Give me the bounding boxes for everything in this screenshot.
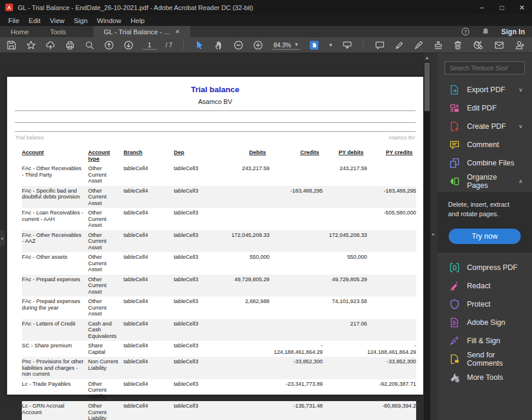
pdf-page: Trial balance Asamco BV Trial balance As… bbox=[7, 77, 423, 395]
next-page-icon[interactable] bbox=[123, 40, 134, 50]
menu-sign[interactable]: Sign bbox=[69, 15, 92, 26]
close-button[interactable]: ✕ bbox=[512, 0, 532, 15]
table-cell: tableCell4 bbox=[124, 319, 174, 341]
table-cell: Other Current Liability bbox=[88, 379, 124, 402]
delete-icon[interactable] bbox=[452, 40, 463, 50]
zoom-in-icon[interactable] bbox=[253, 40, 264, 50]
comment-bubble-icon[interactable] bbox=[374, 40, 385, 50]
table-cell: tableCell3 bbox=[174, 275, 215, 297]
sidebar-item-more-tools[interactable]: More Tools bbox=[437, 369, 532, 387]
title-bar: A GL - Trial Balance - EndDate_26-10-202… bbox=[0, 0, 532, 15]
stamp-icon[interactable] bbox=[433, 40, 443, 50]
select-tool-icon[interactable] bbox=[194, 40, 205, 50]
sign-pen-icon[interactable] bbox=[413, 40, 424, 50]
table-row: Lc - Trade PayablesOther Current Liabili… bbox=[22, 379, 416, 402]
save-icon[interactable] bbox=[6, 40, 17, 50]
email-icon[interactable] bbox=[494, 40, 504, 50]
tab-document-label: GL - Trial Balance - ... bbox=[104, 28, 170, 35]
table-cell: Pnc - Provisions for other liabilities a… bbox=[22, 357, 88, 379]
menu-window[interactable]: Window bbox=[92, 15, 126, 26]
redact-icon bbox=[449, 281, 460, 291]
edit-pdf-icon bbox=[449, 103, 460, 113]
table-row: FAc - Other Receivables - AAZOther Curre… bbox=[22, 230, 416, 253]
sidebar-item-comment[interactable]: Comment bbox=[437, 135, 532, 154]
bell-icon[interactable] bbox=[480, 27, 491, 37]
table-row: Pnc - Provisions for other liabilities a… bbox=[22, 357, 416, 379]
sidebar-item-combine-files[interactable]: Combine Files bbox=[437, 154, 532, 172]
menu-view[interactable]: View bbox=[45, 15, 69, 26]
table-cell: tableCell4 bbox=[124, 252, 174, 275]
sidebar-item-edit-pdf[interactable]: Edit PDF bbox=[437, 99, 532, 117]
print-icon[interactable] bbox=[64, 40, 75, 50]
acrobat-app-icon: A bbox=[5, 4, 13, 11]
profile-add-icon[interactable] bbox=[514, 40, 525, 50]
organize-pages-description: Delete, insert, extract and rotate pages… bbox=[448, 200, 521, 219]
hand-tool-icon[interactable] bbox=[214, 40, 225, 50]
table-cell bbox=[270, 208, 323, 230]
table-cell bbox=[215, 208, 270, 230]
sidebar-item-fill-sign[interactable]: Fill & Sign bbox=[437, 332, 532, 350]
menu-edit[interactable]: Edit bbox=[24, 15, 46, 26]
tab-tools[interactable]: Tools bbox=[40, 26, 77, 37]
menu-file[interactable]: File bbox=[4, 15, 24, 26]
sidebar-item-protect[interactable]: Protect bbox=[437, 295, 532, 314]
table-cell: Share Capital bbox=[88, 341, 124, 357]
column-header: Debits bbox=[215, 148, 270, 164]
find-icon[interactable] bbox=[84, 40, 95, 50]
tools-search[interactable] bbox=[445, 61, 525, 74]
sidebar-item-compress-pdf[interactable]: Compress PDF bbox=[437, 259, 532, 277]
sidebar-item-export-pdf[interactable]: Export PDF∨ bbox=[437, 80, 532, 99]
search-input[interactable] bbox=[445, 64, 524, 71]
table-cell: -135,731.48 bbox=[270, 401, 323, 420]
help-icon[interactable]: ? bbox=[462, 28, 469, 35]
tab-close-icon[interactable]: ✕ bbox=[175, 28, 180, 35]
sign-in-button[interactable]: Sign In bbox=[501, 28, 525, 36]
presentation-icon[interactable] bbox=[342, 40, 352, 50]
prev-page-icon[interactable] bbox=[103, 40, 114, 50]
sidebar-item-redact[interactable]: Redact bbox=[437, 277, 532, 295]
divider bbox=[15, 122, 416, 123]
scrollbar-thumb[interactable] bbox=[424, 63, 430, 111]
nav-pane-toggle-icon[interactable]: ► bbox=[0, 230, 5, 246]
star-icon[interactable] bbox=[25, 40, 36, 50]
table-cell bbox=[215, 357, 270, 379]
zoom-out-icon[interactable] bbox=[233, 40, 244, 50]
highlight-icon[interactable] bbox=[394, 40, 404, 50]
table-cell: Lc - GRN Accrual Account bbox=[22, 401, 88, 420]
sidebar-item-label: Create PDF bbox=[467, 122, 506, 131]
vertical-scrollbar[interactable]: ▲ bbox=[424, 53, 430, 420]
table-cell: 217.06 bbox=[323, 319, 367, 341]
table-cell: -505,580,000 bbox=[367, 208, 416, 230]
table-cell: tableCell3 bbox=[174, 164, 215, 186]
menu-help[interactable]: Help bbox=[126, 15, 150, 26]
share-upload-icon[interactable] bbox=[45, 40, 56, 50]
table-cell bbox=[323, 186, 367, 209]
try-now-button[interactable]: Try now bbox=[449, 229, 521, 244]
fit-page-icon[interactable] bbox=[309, 40, 319, 50]
minimize-button[interactable]: – bbox=[472, 0, 492, 15]
table-cell: tableCell3 bbox=[174, 230, 215, 253]
chevron-down-icon: ▼ bbox=[328, 43, 333, 48]
scroll-up-icon[interactable]: ▲ bbox=[424, 53, 430, 61]
tools-pane-toggle-icon[interactable]: ► bbox=[432, 232, 436, 236]
page-number-input[interactable]: 1 bbox=[142, 40, 157, 50]
table-cell: 172,045,208.33 bbox=[215, 230, 270, 253]
sidebar-item-create-pdf[interactable]: Create PDF∨ bbox=[437, 117, 532, 135]
sidebar-item-adobe-sign[interactable]: Adobe Sign bbox=[437, 314, 532, 332]
sidebar-item-organize-pages[interactable]: Organize Pages∧ bbox=[437, 172, 532, 190]
table-cell: tableCell4 bbox=[124, 208, 174, 230]
table-row: FAc - Other assetsOther Current Assettab… bbox=[22, 252, 416, 275]
sidebar-item-label: Edit PDF bbox=[467, 104, 497, 112]
maximize-button[interactable]: □ bbox=[492, 0, 512, 15]
table-cell: FAc - Prepaid expenses during the year bbox=[22, 297, 88, 319]
tab-home[interactable]: Home bbox=[0, 26, 40, 37]
table-cell: 49,729,805.29 bbox=[323, 275, 367, 297]
table-cell: Cash and Cash Equivalents bbox=[88, 319, 124, 341]
link-icon[interactable] bbox=[473, 40, 484, 50]
table-cell: 74,101,923.58 bbox=[323, 297, 367, 319]
zoom-select[interactable]: 84.3%▼ bbox=[273, 40, 300, 50]
divider bbox=[15, 110, 416, 111]
sidebar-item-send-for-comments[interactable]: Send for Comments bbox=[437, 350, 532, 369]
toolbar-divider bbox=[363, 40, 364, 50]
tab-document[interactable]: GL - Trial Balance - ... ✕ bbox=[93, 26, 191, 37]
